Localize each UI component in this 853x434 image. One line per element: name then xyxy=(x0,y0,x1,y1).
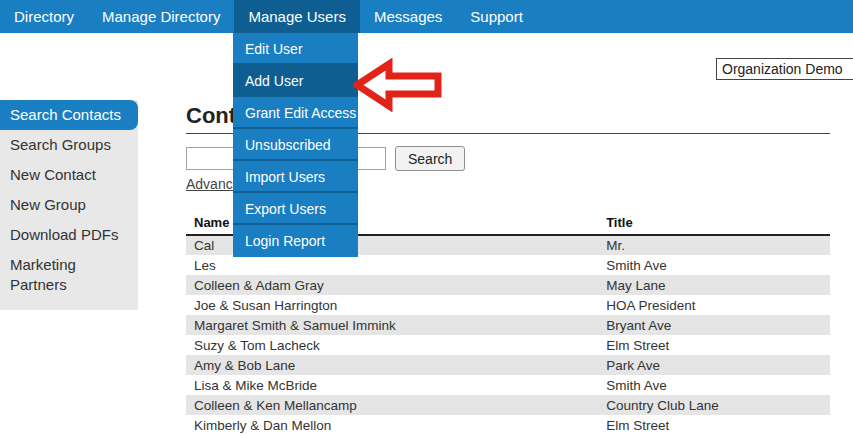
sidebar-item-search-contacts[interactable]: Search Contacts xyxy=(0,100,138,130)
table-row[interactable]: Suzy & Tom LacheckElm Street xyxy=(186,335,830,355)
nav-item-manage-directory[interactable]: Manage Directory xyxy=(88,0,234,33)
menu-item-edit-user[interactable]: Edit User xyxy=(233,33,358,65)
table-row[interactable]: Joe & Susan HarringtonHOA President xyxy=(186,295,830,315)
manage-users-dropdown: Edit User Add User Grant Edit Access Uns… xyxy=(233,33,358,257)
table-row[interactable]: LesSmith Ave xyxy=(186,255,830,275)
table-row[interactable]: Kimberly & Dan MellonElm Street xyxy=(186,415,830,434)
column-header-title: Title xyxy=(598,213,830,235)
nav-item-support[interactable]: Support xyxy=(456,0,537,33)
menu-item-import-users[interactable]: Import Users xyxy=(233,161,358,193)
menu-item-unsubscribed[interactable]: Unsubscribed xyxy=(233,129,358,161)
nav-item-manage-users[interactable]: Manage Users xyxy=(234,0,360,33)
table-row[interactable]: Colleen & Ken MellancampCountry Club Lan… xyxy=(186,395,830,415)
table-row[interactable]: Colleen & Adam GrayMay Lane xyxy=(186,275,830,295)
menu-item-add-user[interactable]: Add User xyxy=(233,65,358,97)
red-arrow-left-icon xyxy=(353,58,443,116)
sidebar-item-download-pdfs[interactable]: Download PDFs xyxy=(0,220,138,250)
sidebar: Search Contacts Search Groups New Contac… xyxy=(0,100,138,310)
sidebar-item-new-group[interactable]: New Group xyxy=(0,190,138,220)
nav-item-directory[interactable]: Directory xyxy=(0,0,88,33)
sidebar-item-new-contact[interactable]: New Contact xyxy=(0,160,138,190)
sidebar-item-search-groups[interactable]: Search Groups xyxy=(0,130,138,160)
table-row[interactable]: Lisa & Mike McBrideSmith Ave xyxy=(186,375,830,395)
search-button[interactable]: Search xyxy=(395,146,465,171)
menu-item-login-report[interactable]: Login Report xyxy=(233,225,358,257)
top-navbar: Directory Manage Directory Manage Users … xyxy=(0,0,853,33)
menu-item-export-users[interactable]: Export Users xyxy=(233,193,358,225)
menu-item-grant-edit-access[interactable]: Grant Edit Access xyxy=(233,97,358,129)
table-row[interactable]: Amy & Bob LanePark Ave xyxy=(186,355,830,375)
organization-select[interactable]: Organization Demo xyxy=(716,58,853,80)
nav-item-messages[interactable]: Messages xyxy=(360,0,456,33)
table-row[interactable]: Margaret Smith & Samuel ImminkBryant Ave xyxy=(186,315,830,335)
sidebar-item-marketing-partners[interactable]: Marketing Partners xyxy=(0,250,138,300)
